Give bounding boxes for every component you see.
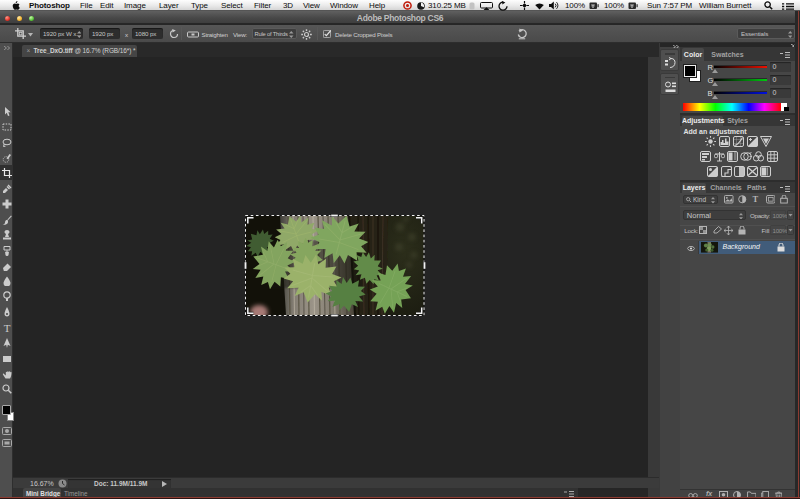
- svg-text:T: T: [3, 323, 10, 333]
